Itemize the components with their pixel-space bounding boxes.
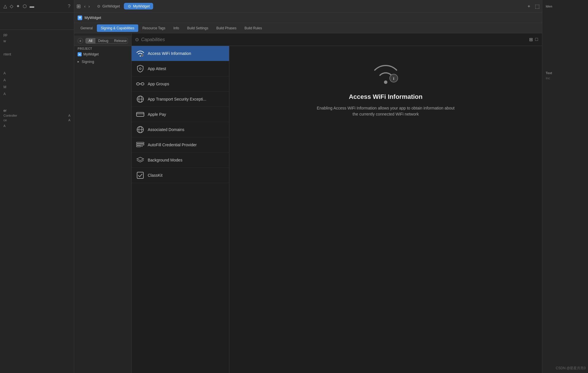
add-capability-button[interactable]: + (78, 38, 83, 44)
capabilities-filter-icon: ⊙ (135, 37, 139, 42)
tab-build-rules[interactable]: Build Rules (241, 24, 266, 32)
add-tab-icon[interactable]: + (528, 4, 530, 9)
sidebar-row-4: A (2, 91, 72, 97)
right-panel-section-text: Text Inc (542, 69, 588, 83)
filter-segment: All Debug Release (85, 38, 128, 44)
right-panel: Iden Text Inc (542, 0, 588, 373)
svg-rect-3 (137, 83, 139, 85)
navigator-toggle-icon[interactable]: ⊞ (76, 3, 81, 9)
main-content: ⊞ ‹ › ⊙ GirlWidget ⊙ MyWidget + ⬚ M MyWi… (74, 0, 542, 373)
cap-item-app-attest[interactable]: App Attest (132, 61, 229, 76)
filter-bar: + All Debug Release (74, 36, 131, 46)
warning-icon[interactable]: △ (3, 3, 7, 9)
svg-rect-9 (137, 112, 144, 116)
project-navigator: + All Debug Release PROJECT M MyWidget ▸… (74, 33, 132, 373)
svg-point-2 (139, 68, 141, 70)
project-name-label: MyWidget (84, 16, 101, 20)
svg-rect-14 (137, 142, 144, 143)
right-panel-text-label: Text (546, 71, 585, 75)
question-icon[interactable]: ? (68, 4, 70, 9)
forward-arrow-icon[interactable]: › (87, 3, 91, 9)
wifi-info-icon: i (136, 49, 144, 57)
sidebar-controller-section: er Controller A ce A A (0, 108, 74, 129)
tab-girlwidget[interactable]: ⊙ GirlWidget (93, 3, 123, 9)
tag-icon[interactable]: ⬡ (23, 3, 27, 9)
sidebar-labels: pp w ntent (0, 30, 74, 59)
cap-item-autofill[interactable]: AutoFill Credential Provider (132, 137, 229, 153)
autofill-icon (136, 141, 144, 149)
sidebar-controller-a1: A (68, 114, 70, 117)
sidebar-controller-row-3: A (2, 122, 72, 129)
signing-section[interactable]: ▸ Signing (74, 57, 131, 66)
right-panel-section-identity: Iden (542, 2, 588, 11)
detail-wifi-icon: i (368, 57, 403, 86)
tab-bar: ⊙ GirlWidget ⊙ MyWidget (93, 3, 525, 9)
list-view-icon[interactable]: □ (535, 36, 539, 43)
cap-item-classkit[interactable]: ClassKit (132, 168, 229, 183)
sidebar-ce: ce (3, 118, 7, 122)
sidebar-text-a3: A (3, 92, 6, 96)
title-bar: ⊞ ‹ › ⊙ GirlWidget ⊙ MyWidget + ⬚ (74, 0, 542, 13)
sidebar-controller-row-1: Controller A (2, 113, 72, 118)
watermark: CSDN @星星月亮0 (556, 366, 586, 371)
cap-label-background-modes: Background Modes (148, 158, 182, 162)
diamond-icon[interactable]: ◇ (10, 3, 13, 9)
capabilities-body: i Access WiFi Information (132, 46, 542, 373)
sidebar-ce-a: A (68, 118, 70, 122)
cap-label-associated-domains: Associated Domains (148, 127, 185, 132)
tab-girlwidget-label: GirlWidget (102, 4, 120, 8)
layers-icon (136, 156, 144, 164)
project-nav-mywidget[interactable]: M MyWidget (74, 51, 131, 57)
project-title-bar: M MyWidget (74, 13, 542, 23)
cap-label-autofill: AutoFill Credential Provider (148, 143, 197, 147)
tab-info[interactable]: Info (169, 24, 183, 32)
grid-view-icon[interactable]: ⊞ (529, 36, 533, 43)
sidebar-controller: Controller (3, 114, 17, 117)
capabilities-search-input[interactable] (141, 37, 526, 42)
tab-mywidget[interactable]: ⊙ MyWidget (124, 3, 153, 9)
project-icon-letter: M (79, 16, 81, 19)
filter-all-button[interactable]: All (86, 38, 95, 43)
nav-arrows: ‹ › (83, 3, 91, 9)
cap-item-background-modes[interactable]: Background Modes (132, 153, 229, 168)
cap-item-apple-pay[interactable]: Apple Pay (132, 107, 229, 122)
sidebar-controller-row-2: ce A (2, 118, 72, 122)
sidebar-nav-items: A A M A (0, 71, 74, 97)
right-panel-inc-label: Inc (546, 76, 585, 80)
tab-build-settings[interactable]: Build Settings (183, 24, 212, 32)
spray-icon[interactable]: ✦ (16, 3, 20, 9)
cap-label-access-wifi: Access WiFi Information (148, 51, 191, 56)
svg-rect-16 (137, 146, 141, 147)
tab-resource-tags[interactable]: Resource Tags (138, 24, 169, 32)
tab-signing-capabilities[interactable]: Signing & Capabilities (97, 24, 139, 32)
chain-icon (136, 80, 144, 88)
cap-item-app-groups[interactable]: App Groups (132, 76, 229, 92)
tab-general[interactable]: General (76, 24, 97, 32)
cap-item-app-transport-security[interactable]: App Transport Security Excepti... (132, 92, 229, 107)
sidebar-label-w: w (3, 39, 70, 44)
tab-build-phases[interactable]: Build Phases (212, 24, 241, 32)
sidebar-right-toggle-icon[interactable]: ⬚ (535, 3, 540, 9)
svg-text:i: i (393, 76, 394, 81)
sidebar-text-a1: A (3, 71, 6, 75)
cap-item-access-wifi[interactable]: i Access WiFi Information (132, 46, 229, 61)
toolbar-top: △ ◇ ✦ ⬡ ▬ ? (0, 0, 74, 13)
sidebar-text-m: M (3, 85, 6, 89)
cap-item-associated-domains[interactable]: Associated Domains (132, 122, 229, 137)
note-icon[interactable]: ▬ (30, 4, 34, 9)
sidebar-row-3: M (2, 84, 72, 90)
girlwidget-tab-icon: ⊙ (97, 4, 101, 8)
capabilities-list: i Access WiFi Information (132, 46, 229, 373)
detail-description: Enabling Access WiFi Information allows … (317, 105, 455, 117)
editor-tabs: General Signing & Capabilities Resource … (74, 23, 542, 33)
filter-release-button[interactable]: Release (111, 38, 128, 43)
capabilities-panel: ⊙ ⊞ □ (132, 33, 542, 373)
globe-icon (136, 95, 144, 103)
editor-body: + All Debug Release PROJECT M MyWidget ▸… (74, 33, 542, 373)
project-nav-icon: M (78, 52, 82, 56)
card-icon (136, 110, 144, 118)
back-arrow-icon[interactable]: ‹ (83, 3, 87, 9)
checkbox-icon (136, 171, 144, 179)
filter-debug-button[interactable]: Debug (95, 38, 111, 43)
signing-chevron-icon: ▸ (78, 60, 79, 64)
